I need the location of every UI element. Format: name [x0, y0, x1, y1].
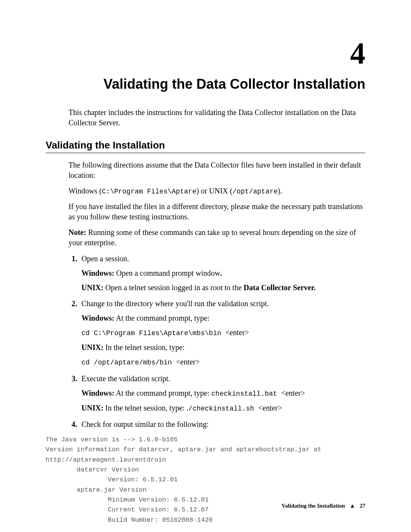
- section-body: The following directions assume that the…: [68, 160, 365, 248]
- step-1: Open a session. Windows: Open a command …: [79, 253, 365, 293]
- s1-win-stop: .: [220, 269, 222, 277]
- step-2-unix-cmd: cd /opt/aptare/mbs/bin <enter>: [81, 356, 365, 367]
- step-4-text: Check for output similar to the followin…: [81, 420, 209, 428]
- chapter-intro: This chapter includes the instructions f…: [68, 107, 365, 128]
- page: 4 Validating the Data Collector Installa…: [0, 0, 411, 532]
- step-3-windows: Windows: At the command prompt, type: ch…: [81, 388, 365, 399]
- steps-list: Open a session. Windows: Open a command …: [68, 253, 365, 430]
- section-p3: If you have installed the files in a dif…: [68, 201, 365, 222]
- step-2-unix-label: UNIX: In the telnet session, type:: [81, 342, 365, 353]
- s3-unix-enter: <enter>: [258, 404, 282, 412]
- s2-unix-enter: <enter>: [176, 358, 200, 366]
- s1-unix-bold: Data Collector Server.: [244, 283, 315, 292]
- command-output: The Java version is --> 1.6.0-b105 Versi…: [46, 435, 365, 525]
- step-1-windows: Windows: Open a command prompt window.: [81, 268, 365, 278]
- s1-unix-label: UNIX:: [81, 283, 104, 292]
- s2-win-label: Windows:: [81, 314, 114, 322]
- step-1-unix: UNIX: Open a telnet session logged in as…: [81, 282, 365, 293]
- s2-unix-body: In the telnet session, type:: [104, 343, 185, 351]
- s3-win-enter: <enter>: [281, 389, 305, 397]
- note-body: Running some of these commands can take …: [68, 228, 356, 247]
- s1-unix-body: Open a telnet session logged in as root …: [104, 283, 244, 292]
- section-heading: Validating the Installation: [46, 139, 365, 153]
- step-3-text: Execute the validation script.: [81, 374, 170, 383]
- s2-win-body: At the command prompt, type:: [114, 314, 209, 322]
- footer-page-number: 27: [360, 503, 365, 509]
- step-4: Check for output similar to the followin…: [79, 419, 365, 430]
- s2-win-enter: <enter>: [225, 328, 249, 337]
- s2-unix-cmd: cd /opt/aptare/mbs/bin: [81, 359, 176, 366]
- chapter-number: 4: [46, 38, 365, 69]
- chapter-title: Validating the Data Collector Installati…: [46, 76, 365, 92]
- s2-win-cmd: cd C:\Program Files\Aptare\mbs\bin: [81, 329, 225, 337]
- p2-pre: Windows (: [68, 187, 102, 195]
- footer-separator-icon: ▲: [349, 503, 355, 509]
- s3-win-body: At the command prompt, type:: [114, 389, 211, 397]
- section-p1: The following directions assume that the…: [68, 160, 365, 181]
- path-windows: C:\Program Files\Aptare: [102, 188, 196, 195]
- s3-unix-cmd: /checkinstall.sh: [188, 405, 258, 412]
- step-2-windows-cmd: cd C:\Program Files\Aptare\mbs\bin <ente…: [81, 327, 365, 338]
- p2-post: ).: [278, 187, 282, 195]
- step-1-text: Open a session.: [81, 254, 129, 263]
- note-label: Note:: [68, 228, 86, 236]
- page-footer: Validating the Installation ▲ 27: [282, 503, 365, 509]
- s3-win-cmd: checkinstall.bat: [211, 390, 281, 398]
- s2-unix-label: UNIX:: [81, 343, 104, 351]
- s3-unix-body: In the telnet session, type: .: [104, 404, 188, 412]
- p2-mid: ) or UNIX (: [196, 187, 233, 195]
- section-p2: Windows (C:\Program Files\Aptare) or UNI…: [68, 186, 365, 196]
- step-2: Change to the directory where you'll run…: [79, 298, 365, 367]
- s3-unix-label: UNIX:: [81, 404, 104, 412]
- step-2-text: Change to the directory where you'll run…: [81, 299, 269, 308]
- step-3-unix: UNIX: In the telnet session, type: ./che…: [81, 403, 365, 414]
- step-3: Execute the validation script. Windows: …: [79, 373, 365, 414]
- path-unix: /opt/aptare: [233, 188, 278, 195]
- s1-win-body: Open a command prompt window: [114, 269, 220, 277]
- section-note: Note: Running some of these commands can…: [68, 227, 365, 248]
- s1-win-label: Windows:: [81, 269, 114, 277]
- step-2-windows-label: Windows: At the command prompt, type:: [81, 313, 365, 323]
- s3-win-label: Windows:: [81, 389, 114, 397]
- footer-title: Validating the Installation: [282, 503, 345, 509]
